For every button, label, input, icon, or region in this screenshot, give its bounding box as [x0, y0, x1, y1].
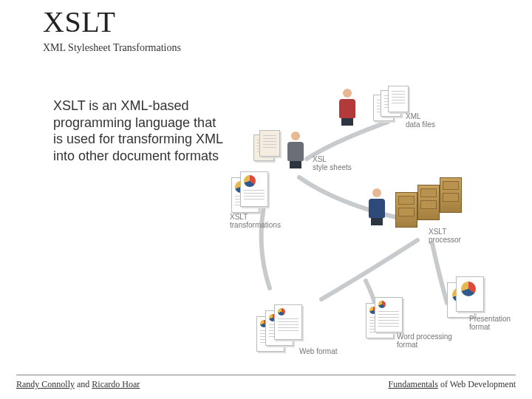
label-presentation: Presentation format	[469, 315, 511, 331]
footer-right: Fundamentals of Web Development	[389, 379, 516, 390]
xml-file-icon	[388, 86, 409, 112]
designer-person-icon	[284, 132, 307, 167]
footer-left: Randy Connolly and Ricardo Hoar	[16, 379, 140, 390]
author-1: Randy Connolly	[16, 379, 75, 389]
label-xml-data: XML data files	[406, 112, 435, 129]
author-person-icon	[336, 89, 358, 124]
transform-doc-icon	[240, 171, 268, 207]
slide-title: XSLT	[43, 4, 115, 39]
diagram: XML data files XSL style sheets XSLT tra…	[225, 81, 528, 369]
presentation-doc-icon	[456, 276, 484, 312]
label-xslt-trans: XSLT transformations	[230, 213, 281, 229]
label-xsl-sheets: XSL style sheets	[313, 155, 352, 171]
slide-subtitle: XML Stylesheet Transformations	[43, 42, 181, 54]
processor-person-icon	[366, 188, 388, 224]
label-wordproc: Word processing format	[397, 332, 452, 349]
label-web: Web format	[299, 347, 338, 355]
xsl-file-icon	[259, 130, 280, 157]
slide: XSLT XML Stylesheet Transformations XSLT…	[0, 0, 532, 399]
wordproc-doc-icon	[375, 297, 403, 332]
cabinet-icon	[417, 185, 440, 220]
book-title-1: Fundamentals	[389, 379, 438, 389]
footer-divider	[16, 375, 516, 375]
cabinet-icon	[395, 192, 417, 228]
author-sep: and	[75, 379, 92, 389]
book-title-2: of Web Development	[438, 379, 516, 389]
label-xslt-proc: XSLT processor	[429, 228, 461, 244]
author-2: Ricardo Hoar	[92, 379, 140, 389]
cabinet-icon	[440, 177, 462, 213]
web-doc-icon	[274, 304, 302, 340]
body-text: XSLT is an XML-based programming languag…	[53, 98, 223, 164]
